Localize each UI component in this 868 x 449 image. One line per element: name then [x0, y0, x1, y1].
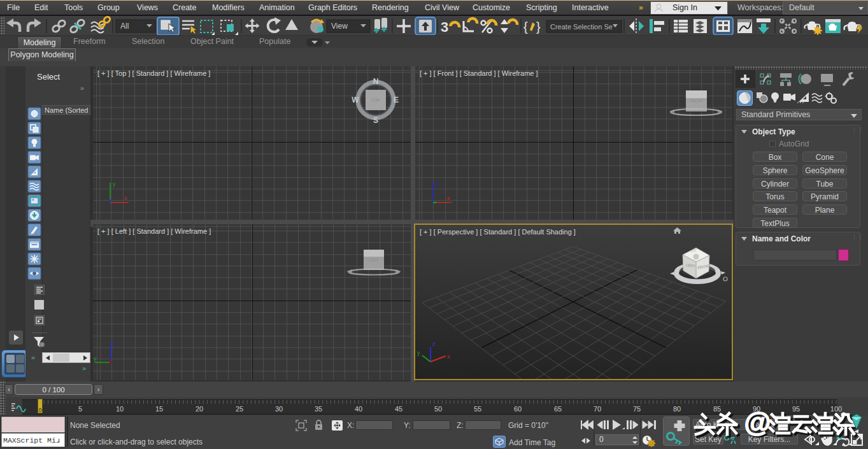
svg-text:65: 65: [554, 405, 562, 413]
svg-text:E: E: [394, 96, 399, 104]
svg-text:3: 3: [441, 19, 448, 35]
svg-text:35: 35: [315, 405, 322, 413]
svg-text:x: x: [124, 195, 127, 201]
svg-text:x: x: [447, 195, 450, 201]
svg-text:y: y: [94, 355, 97, 362]
svg-text:20: 20: [196, 405, 203, 413]
svg-text:Create Selection Se: Create Selection Se: [550, 23, 613, 31]
svg-text:50: 50: [434, 405, 442, 413]
svg-text:y: y: [113, 181, 116, 187]
svg-text:W: W: [352, 96, 359, 104]
svg-text:10: 10: [116, 405, 124, 413]
svg-text:70: 70: [594, 405, 601, 413]
svg-text:x: x: [447, 353, 450, 360]
svg-text:z: z: [436, 181, 439, 187]
svg-text:55: 55: [474, 405, 481, 413]
svg-text:80: 80: [673, 405, 681, 413]
svg-text:View: View: [331, 22, 348, 31]
svg-text:45: 45: [395, 405, 402, 413]
svg-text:@: @: [744, 410, 771, 438]
svg-text:5: 5: [78, 405, 82, 413]
svg-text:LEFT: LEFT: [369, 258, 379, 262]
svg-text:15: 15: [155, 405, 163, 413]
svg-text:30: 30: [275, 405, 283, 413]
svg-text:40: 40: [355, 405, 362, 413]
svg-text:25: 25: [236, 405, 243, 413]
svg-text:All: All: [120, 22, 129, 31]
svg-text:S: S: [373, 116, 378, 125]
svg-text:60: 60: [514, 405, 522, 413]
svg-text:FRONT: FRONT: [689, 99, 703, 103]
svg-text:y: y: [417, 350, 420, 356]
svg-text:N: N: [373, 77, 379, 86]
svg-text:z: z: [113, 341, 116, 348]
svg-text:{: {: [523, 20, 528, 34]
svg-text:}: }: [536, 20, 541, 34]
svg-text:z: z: [432, 341, 436, 347]
svg-text:TOP: TOP: [371, 98, 381, 103]
svg-text:75: 75: [633, 405, 641, 413]
